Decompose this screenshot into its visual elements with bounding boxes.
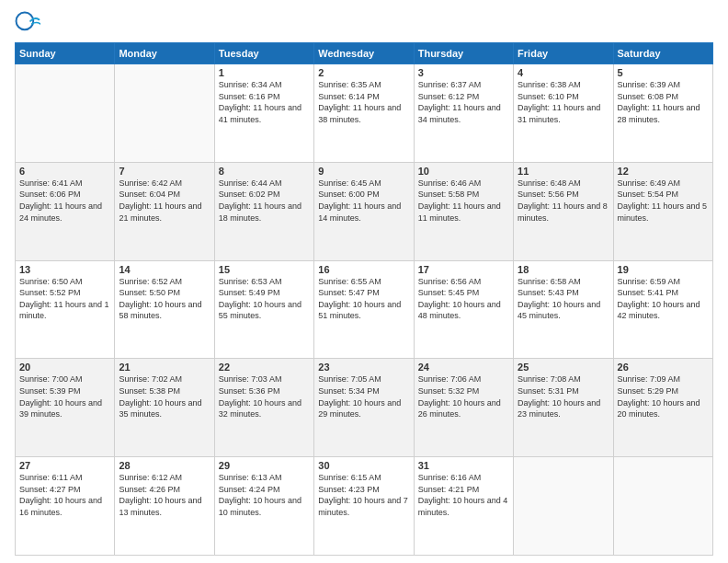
- calendar-cell: 16Sunrise: 6:55 AM Sunset: 5:47 PM Dayli…: [314, 260, 414, 359]
- calendar-cell: 27Sunrise: 6:11 AM Sunset: 4:27 PM Dayli…: [16, 457, 115, 556]
- day-number: 16: [318, 264, 409, 275]
- calendar-cell: 21Sunrise: 7:02 AM Sunset: 5:38 PM Dayli…: [115, 359, 214, 457]
- calendar-cell: [514, 457, 613, 556]
- calendar-cell: 30Sunrise: 6:15 AM Sunset: 4:23 PM Dayli…: [314, 457, 414, 556]
- day-number: 28: [119, 460, 210, 471]
- day-number: 21: [119, 362, 210, 373]
- day-info: Sunrise: 6:59 AM Sunset: 5:41 PM Dayligh…: [618, 276, 709, 322]
- day-number: 1: [219, 67, 310, 78]
- day-info: Sunrise: 6:37 AM Sunset: 6:12 PM Dayligh…: [418, 79, 509, 125]
- weekday-header: Thursday: [414, 43, 513, 64]
- day-info: Sunrise: 6:46 AM Sunset: 5:58 PM Dayligh…: [418, 178, 509, 224]
- calendar-cell: 4Sunrise: 6:38 AM Sunset: 6:10 PM Daylig…: [514, 64, 613, 163]
- calendar-cell: 5Sunrise: 6:39 AM Sunset: 6:08 PM Daylig…: [613, 64, 712, 163]
- weekday-header: Saturday: [613, 43, 712, 64]
- calendar-cell: 17Sunrise: 6:56 AM Sunset: 5:45 PM Dayli…: [414, 260, 513, 359]
- calendar-page: SundayMondayTuesdayWednesdayThursdayFrid…: [0, 0, 728, 563]
- day-info: Sunrise: 7:06 AM Sunset: 5:32 PM Dayligh…: [418, 373, 509, 419]
- calendar-cell: 23Sunrise: 7:05 AM Sunset: 5:34 PM Dayli…: [314, 359, 414, 457]
- calendar-cell: 7Sunrise: 6:42 AM Sunset: 6:04 PM Daylig…: [115, 162, 214, 260]
- calendar-cell: 13Sunrise: 6:50 AM Sunset: 5:52 PM Dayli…: [16, 260, 115, 359]
- weekday-header: Tuesday: [214, 43, 313, 64]
- calendar-cell: 24Sunrise: 7:06 AM Sunset: 5:32 PM Dayli…: [414, 359, 513, 457]
- calendar-table: SundayMondayTuesdayWednesdayThursdayFrid…: [15, 42, 713, 556]
- day-info: Sunrise: 6:41 AM Sunset: 6:06 PM Dayligh…: [19, 178, 110, 224]
- day-info: Sunrise: 6:38 AM Sunset: 6:10 PM Dayligh…: [518, 79, 609, 125]
- calendar-cell: 2Sunrise: 6:35 AM Sunset: 6:14 PM Daylig…: [314, 64, 414, 163]
- calendar-week-row: 1Sunrise: 6:34 AM Sunset: 6:16 PM Daylig…: [16, 64, 713, 163]
- calendar-cell: 8Sunrise: 6:44 AM Sunset: 6:02 PM Daylig…: [214, 162, 313, 260]
- day-info: Sunrise: 6:42 AM Sunset: 6:04 PM Dayligh…: [119, 178, 210, 224]
- calendar-week-row: 13Sunrise: 6:50 AM Sunset: 5:52 PM Dayli…: [16, 260, 713, 359]
- day-info: Sunrise: 7:08 AM Sunset: 5:31 PM Dayligh…: [518, 373, 609, 419]
- day-info: Sunrise: 6:53 AM Sunset: 5:49 PM Dayligh…: [219, 276, 310, 322]
- calendar-cell: 22Sunrise: 7:03 AM Sunset: 5:36 PM Dayli…: [214, 359, 313, 457]
- calendar-cell: 10Sunrise: 6:46 AM Sunset: 5:58 PM Dayli…: [414, 162, 513, 260]
- day-info: Sunrise: 6:48 AM Sunset: 5:56 PM Dayligh…: [518, 178, 609, 224]
- day-info: Sunrise: 7:09 AM Sunset: 5:29 PM Dayligh…: [618, 373, 709, 419]
- day-number: 22: [219, 362, 310, 373]
- day-info: Sunrise: 7:00 AM Sunset: 5:39 PM Dayligh…: [19, 373, 110, 419]
- day-number: 30: [318, 460, 409, 471]
- day-number: 31: [418, 460, 509, 471]
- day-info: Sunrise: 6:16 AM Sunset: 4:21 PM Dayligh…: [418, 472, 509, 518]
- calendar-cell: 29Sunrise: 6:13 AM Sunset: 4:24 PM Dayli…: [214, 457, 313, 556]
- calendar-cell: 18Sunrise: 6:58 AM Sunset: 5:43 PM Dayli…: [514, 260, 613, 359]
- calendar-cell: 26Sunrise: 7:09 AM Sunset: 5:29 PM Dayli…: [613, 359, 712, 457]
- day-info: Sunrise: 6:12 AM Sunset: 4:26 PM Dayligh…: [119, 472, 210, 518]
- day-info: Sunrise: 6:13 AM Sunset: 4:24 PM Dayligh…: [219, 472, 310, 518]
- weekday-header: Monday: [115, 43, 214, 64]
- day-number: 15: [219, 264, 310, 275]
- day-number: 10: [418, 166, 509, 177]
- day-number: 23: [318, 362, 409, 373]
- calendar-cell: [16, 64, 115, 163]
- day-number: 6: [19, 166, 110, 177]
- day-number: 12: [618, 166, 709, 177]
- day-info: Sunrise: 6:49 AM Sunset: 5:54 PM Dayligh…: [618, 178, 709, 224]
- calendar-cell: [613, 457, 712, 556]
- day-info: Sunrise: 6:44 AM Sunset: 6:02 PM Dayligh…: [219, 178, 310, 224]
- day-number: 19: [618, 264, 709, 275]
- calendar-cell: 6Sunrise: 6:41 AM Sunset: 6:06 PM Daylig…: [16, 162, 115, 260]
- day-number: 18: [518, 264, 609, 275]
- calendar-cell: 11Sunrise: 6:48 AM Sunset: 5:56 PM Dayli…: [514, 162, 613, 260]
- day-info: Sunrise: 6:39 AM Sunset: 6:08 PM Dayligh…: [618, 79, 709, 125]
- calendar-cell: 31Sunrise: 6:16 AM Sunset: 4:21 PM Dayli…: [414, 457, 513, 556]
- day-info: Sunrise: 6:56 AM Sunset: 5:45 PM Dayligh…: [418, 276, 509, 322]
- logo: [15, 11, 44, 37]
- weekday-header: Wednesday: [314, 43, 414, 64]
- day-number: 2: [318, 67, 409, 78]
- day-number: 27: [19, 460, 110, 471]
- day-number: 13: [19, 264, 110, 275]
- calendar-cell: 19Sunrise: 6:59 AM Sunset: 5:41 PM Dayli…: [613, 260, 712, 359]
- day-number: 24: [418, 362, 509, 373]
- header-row: SundayMondayTuesdayWednesdayThursdayFrid…: [16, 43, 713, 64]
- day-number: 9: [318, 166, 409, 177]
- day-info: Sunrise: 6:55 AM Sunset: 5:47 PM Dayligh…: [318, 276, 409, 322]
- calendar-cell: 28Sunrise: 6:12 AM Sunset: 4:26 PM Dayli…: [115, 457, 214, 556]
- calendar-cell: 9Sunrise: 6:45 AM Sunset: 6:00 PM Daylig…: [314, 162, 414, 260]
- calendar-cell: 3Sunrise: 6:37 AM Sunset: 6:12 PM Daylig…: [414, 64, 513, 163]
- day-number: 11: [518, 166, 609, 177]
- calendar-week-row: 27Sunrise: 6:11 AM Sunset: 4:27 PM Dayli…: [16, 457, 713, 556]
- day-number: 5: [618, 67, 709, 78]
- logo-icon: [15, 11, 40, 37]
- calendar-cell: 20Sunrise: 7:00 AM Sunset: 5:39 PM Dayli…: [16, 359, 115, 457]
- calendar-cell: 14Sunrise: 6:52 AM Sunset: 5:50 PM Dayli…: [115, 260, 214, 359]
- day-number: 14: [119, 264, 210, 275]
- calendar-week-row: 6Sunrise: 6:41 AM Sunset: 6:06 PM Daylig…: [16, 162, 713, 260]
- day-number: 17: [418, 264, 509, 275]
- day-number: 4: [518, 67, 609, 78]
- day-info: Sunrise: 6:11 AM Sunset: 4:27 PM Dayligh…: [19, 472, 110, 518]
- day-info: Sunrise: 6:35 AM Sunset: 6:14 PM Dayligh…: [318, 79, 409, 125]
- day-info: Sunrise: 6:34 AM Sunset: 6:16 PM Dayligh…: [219, 79, 310, 125]
- day-info: Sunrise: 7:02 AM Sunset: 5:38 PM Dayligh…: [119, 373, 210, 419]
- calendar-week-row: 20Sunrise: 7:00 AM Sunset: 5:39 PM Dayli…: [16, 359, 713, 457]
- day-number: 20: [19, 362, 110, 373]
- weekday-header: Sunday: [16, 43, 115, 64]
- day-number: 8: [219, 166, 310, 177]
- day-number: 7: [119, 166, 210, 177]
- day-info: Sunrise: 6:52 AM Sunset: 5:50 PM Dayligh…: [119, 276, 210, 322]
- day-info: Sunrise: 6:45 AM Sunset: 6:00 PM Dayligh…: [318, 178, 409, 224]
- day-info: Sunrise: 6:50 AM Sunset: 5:52 PM Dayligh…: [19, 276, 110, 322]
